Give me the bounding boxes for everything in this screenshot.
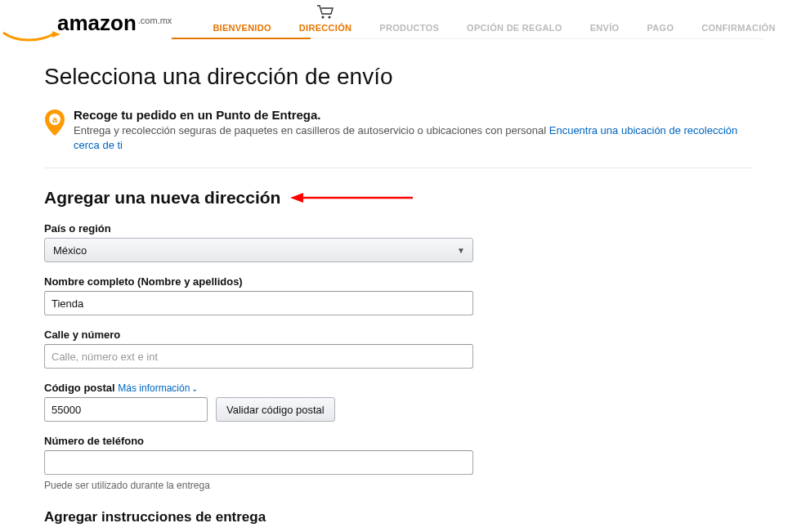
pickup-desc: Entrega y recolección seguras de paquete… — [74, 123, 753, 153]
divider — [44, 168, 753, 168]
main-content: Selecciona una dirección de envío a Reco… — [0, 39, 797, 532]
postal-more-info-link[interactable]: Más información ⌄ — [118, 382, 198, 394]
country-label: País o región — [44, 222, 753, 235]
step-opcion-regalo[interactable]: OPCIÓN DE REGALO — [467, 7, 562, 39]
phone-group: Número de teléfono Puede ser utilizado d… — [44, 435, 753, 491]
cart-icon — [316, 5, 334, 21]
pickup-title: Recoge tu pedido en un Punto de Entrega. — [74, 108, 753, 122]
postal-group: Código postal Más información ⌄ Validar … — [44, 382, 753, 422]
svg-text:a: a — [52, 114, 58, 124]
pickup-banner: a Recoge tu pedido en un Punto de Entreg… — [44, 108, 753, 168]
add-address-title: Agregar una nueva dirección — [44, 188, 280, 208]
arrow-icon — [290, 191, 413, 204]
step-productos[interactable]: PRODUCTOS — [379, 7, 439, 39]
page-title: Selecciona una dirección de envío — [44, 64, 753, 90]
steps-progress — [172, 38, 311, 39]
logo-domain: .com.mx — [138, 16, 172, 25]
svg-point-0 — [321, 16, 324, 18]
step-envio[interactable]: ENVÍO — [590, 7, 620, 39]
country-group: País o región México ▼ — [44, 222, 753, 262]
smile-icon — [2, 31, 65, 44]
name-label: Nombre completo (Nombre y apellidos) — [44, 275, 753, 288]
phone-hint: Puede ser utilizado durante la entrega — [44, 480, 753, 491]
step-direccion[interactable]: DIRECCIÓN — [299, 7, 351, 39]
validate-postal-button[interactable]: Validar código postal — [216, 397, 335, 422]
street-group: Calle y número — [44, 329, 753, 369]
add-address-section: Agregar una nueva dirección País o regió… — [44, 188, 753, 532]
step-confirmacion[interactable]: CONFIRMACIÓN — [701, 7, 775, 39]
map-pin-icon: a — [44, 110, 65, 139]
phone-label: Número de teléfono — [44, 435, 753, 447]
checkout-steps: BIENVENIDO DIRECCIÓN PRODUCTOS OPCIÓN DE… — [213, 7, 775, 39]
street-label: Calle y número — [44, 329, 753, 341]
postal-label: Código postal Más información ⌄ — [44, 382, 753, 394]
step-bienvenido[interactable]: BIENVENIDO — [213, 7, 271, 39]
amazon-logo[interactable]: amazon .com.mx — [57, 12, 172, 34]
checkout-header: amazon .com.mx BIENVENIDO DIRECCIÓN PROD… — [0, 0, 797, 39]
chevron-down-icon: ⌄ — [191, 384, 198, 393]
name-group: Nombre completo (Nombre y apellidos) — [44, 275, 753, 315]
phone-input[interactable] — [44, 450, 473, 475]
street-input[interactable] — [44, 344, 473, 369]
postal-input[interactable] — [44, 397, 208, 422]
country-select[interactable]: México — [44, 238, 473, 262]
logo-text: amazon — [57, 12, 137, 34]
instructions-title: Agregar instrucciones de entrega — [44, 509, 753, 525]
svg-point-1 — [328, 16, 330, 18]
step-pago[interactable]: PAGO — [647, 7, 674, 39]
name-input[interactable] — [44, 291, 473, 315]
